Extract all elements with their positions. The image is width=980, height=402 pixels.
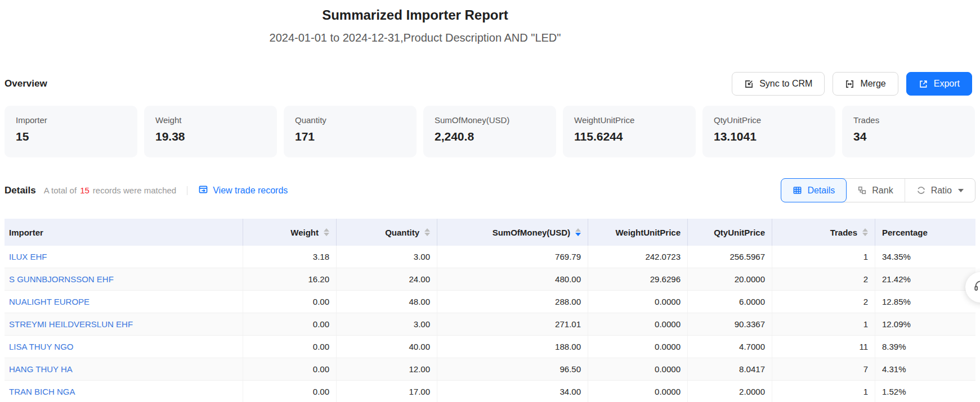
table-row: S GUNNBJORNSSON EHF16.2024.00480.0029.62… — [5, 268, 975, 291]
table-body: ILUX EHF3.183.00769.79242.0723256.596713… — [5, 246, 975, 402]
importer-link[interactable]: ILUX EHF — [5, 246, 243, 268]
chevron-down-icon — [958, 189, 964, 192]
view-trade-records-link[interactable]: View trade records — [198, 184, 288, 197]
cell-weight: 0.00 — [243, 291, 337, 313]
match-summary: A total of15records were matched — [44, 186, 176, 195]
cell-weightunitprice: 0.0000 — [588, 336, 688, 358]
cell-qtyunitprice: 8.0417 — [688, 358, 772, 380]
merge-button[interactable]: Merge — [833, 72, 898, 96]
view-trade-records-label: View trade records — [213, 186, 288, 196]
column-header-label: Quantity — [385, 228, 419, 237]
cell-percentage: 4.31% — [875, 358, 975, 380]
column-header-sumofmoney-usd[interactable]: SumOfMoney(USD) — [437, 219, 588, 246]
importer-link[interactable]: TRAN BICH NGA — [5, 381, 243, 402]
cell-percentage: 34.35% — [875, 246, 975, 268]
cell-quantity: 24.00 — [337, 268, 437, 290]
rank-icon — [857, 186, 867, 195]
cell-quantity: 3.00 — [337, 246, 437, 268]
table-header-row: ImporterWeightQuantitySumOfMoney(USD)Wei… — [5, 219, 975, 246]
cell-percentage: 8.39% — [875, 336, 975, 358]
importer-link[interactable]: LISA THUY NGO — [5, 336, 243, 358]
ratio-icon — [916, 186, 926, 195]
sync-to-crm-button[interactable]: Sync to CRM — [732, 72, 825, 96]
merge-icon — [845, 79, 854, 89]
cell-trades: 7 — [772, 358, 875, 380]
stat-card-value: 13.1041 — [714, 130, 829, 143]
column-header-label: Weight — [290, 228, 319, 237]
export-button[interactable]: Export — [906, 72, 972, 96]
details-icon — [793, 186, 802, 195]
importer-link[interactable]: STREYMI HEILDVERSLUN EHF — [5, 313, 243, 335]
column-header-weightunitprice: WeightUnitPrice — [588, 219, 688, 246]
importer-table: ImporterWeightQuantitySumOfMoney(USD)Wei… — [5, 219, 975, 402]
cell-weightunitprice: 0.0000 — [588, 291, 688, 313]
tab-ratio[interactable]: Ratio — [905, 179, 975, 202]
cell-qtyunitprice: 256.5967 — [688, 246, 772, 268]
column-header-weight[interactable]: Weight — [243, 219, 337, 246]
cell-weight: 3.18 — [243, 246, 337, 268]
tab-details[interactable]: Details — [781, 178, 847, 202]
stat-card-value: 34 — [853, 130, 968, 143]
column-header-quantity[interactable]: Quantity — [337, 219, 437, 246]
stat-cards: Importer15Weight19.38Quantity171SumOfMon… — [5, 106, 975, 157]
stat-card-value: 2,240.8 — [435, 130, 549, 143]
view-mode-switch: DetailsRankRatio — [781, 178, 975, 202]
importer-link[interactable]: S GUNNBJORNSSON EHF — [5, 268, 243, 290]
stat-card-weight: Weight19.38 — [144, 106, 277, 157]
stat-card-sumofmoney-usd: SumOfMoney(USD)2,240.8 — [423, 106, 556, 157]
cell-sumofmoney-usd: 34.00 — [437, 381, 588, 402]
stat-card-label: SumOfMoney(USD) — [435, 115, 549, 125]
column-header-label: Percentage — [882, 228, 928, 237]
importer-link[interactable]: HANG THUY HA — [5, 358, 243, 380]
stat-card-qtyunitprice: QtyUnitPrice13.1041 — [702, 106, 835, 157]
tab-label: Rank — [872, 186, 893, 196]
tab-label: Ratio — [931, 186, 952, 196]
importer-link[interactable]: NUALIGHT EUROPE — [5, 291, 243, 313]
cell-weightunitprice: 242.0723 — [588, 246, 688, 268]
cell-quantity: 12.00 — [337, 358, 437, 380]
page-title: Summarized Importer Report — [0, 7, 830, 23]
page-subtitle: 2024-01-01 to 2024-12-31,Product Descrip… — [0, 31, 830, 44]
stat-card-label: Weight — [155, 115, 270, 125]
table-row: HANG THUY HA0.0012.0096.500.00008.041774… — [5, 358, 975, 381]
sort-icon — [575, 228, 581, 236]
column-header-label: Importer — [9, 228, 43, 237]
cell-qtyunitprice: 20.0000 — [688, 268, 772, 290]
stat-card-label: Importer — [16, 115, 131, 125]
details-bar: Details A total of15records were matched… — [5, 178, 975, 202]
sort-icon — [862, 228, 868, 236]
cell-quantity: 48.00 — [337, 291, 437, 313]
column-header-label: QtyUnitPrice — [714, 228, 765, 237]
stat-card-weightunitprice: WeightUnitPrice115.6244 — [563, 106, 696, 157]
cell-trades: 1 — [772, 246, 875, 268]
cell-weight: 0.00 — [243, 336, 337, 358]
cell-percentage: 21.42% — [875, 268, 975, 290]
cell-percentage: 1.52% — [875, 381, 975, 402]
cell-sumofmoney-usd: 288.00 — [437, 291, 588, 313]
trade-records-icon — [198, 184, 208, 197]
headset-icon — [973, 279, 980, 296]
table-row: LISA THUY NGO0.0040.00188.000.00004.7000… — [5, 336, 975, 358]
divider — [187, 186, 187, 195]
stat-card-value: 115.6244 — [574, 130, 689, 143]
cell-weightunitprice: 0.0000 — [588, 313, 688, 335]
cell-weight: 0.00 — [243, 358, 337, 380]
tab-rank[interactable]: Rank — [846, 179, 904, 202]
column-header-trades[interactable]: Trades — [772, 219, 875, 246]
cell-quantity: 17.00 — [337, 381, 437, 402]
cell-quantity: 40.00 — [337, 336, 437, 358]
toolbar-buttons: Sync to CRM Merge Export — [732, 72, 972, 96]
export-icon — [919, 79, 928, 89]
stat-card-quantity: Quantity171 — [284, 106, 417, 157]
stat-card-value: 171 — [295, 130, 410, 143]
cell-qtyunitprice: 90.3367 — [688, 313, 772, 335]
stat-card-label: Quantity — [295, 115, 410, 125]
table-row: TRAN BICH NGA0.0017.0034.000.00002.00001… — [5, 381, 975, 402]
column-header-percentage: Percentage — [875, 219, 975, 246]
cell-trades: 1 — [772, 381, 875, 402]
cell-weight: 0.00 — [243, 381, 337, 402]
column-header-label: WeightUnitPrice — [615, 228, 681, 237]
match-count: 15 — [77, 186, 93, 195]
stat-card-value: 15 — [16, 130, 131, 143]
cell-trades: 1 — [772, 313, 875, 335]
